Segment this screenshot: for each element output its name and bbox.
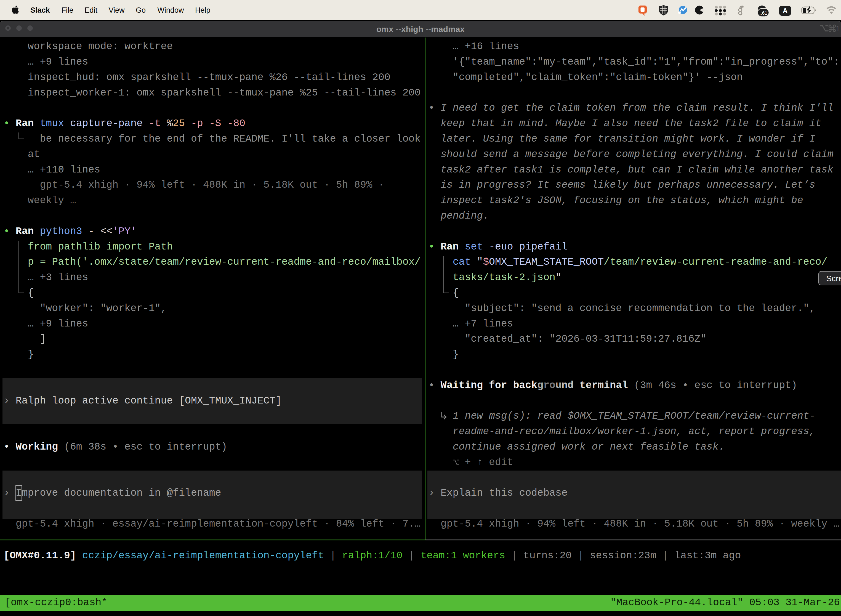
svg-text:..61: ..61 [759, 10, 767, 16]
svg-text:1: 1 [836, 25, 840, 33]
